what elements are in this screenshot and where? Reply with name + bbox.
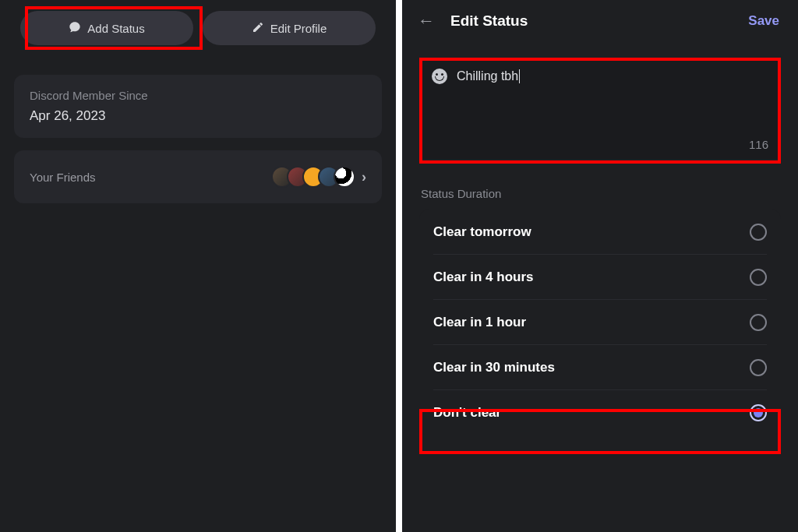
duration-label: Clear in 30 minutes	[433, 360, 555, 375]
friends-preview: ›	[271, 166, 366, 188]
top-button-row: Add Status Edit Profile	[0, 11, 396, 45]
radio-icon	[750, 314, 767, 331]
friends-label: Your Friends	[30, 171, 96, 184]
duration-label: Clear tomorrow	[433, 224, 531, 240]
member-since-label: Discord Member Since	[30, 89, 366, 102]
chevron-right-icon: ›	[362, 169, 366, 185]
duration-option-30min[interactable]: Clear in 30 minutes	[419, 345, 781, 390]
duration-section-label: Status Duration	[421, 187, 779, 200]
status-text-input[interactable]: Chilling tbh	[457, 69, 520, 84]
duration-list: Clear tomorrow Clear in 4 hours Clear in…	[419, 210, 781, 435]
radio-icon-selected	[750, 404, 767, 421]
edit-status-panel: ← Edit Status Save Chilling tbh 116 Stat…	[402, 0, 798, 532]
profile-panel: Add Status Edit Profile Discord Member S…	[0, 0, 396, 532]
member-since-card: Discord Member Since Apr 26, 2023	[14, 75, 382, 138]
friend-avatars	[271, 166, 355, 188]
save-button[interactable]: Save	[748, 13, 779, 29]
radio-icon	[750, 224, 767, 241]
duration-option-4hours[interactable]: Clear in 4 hours	[419, 255, 781, 300]
duration-label: Don't clear	[433, 405, 501, 421]
status-input-row: Chilling tbh	[421, 58, 779, 95]
emoji-picker-icon[interactable]	[432, 69, 447, 84]
status-input-box[interactable]: Chilling tbh 116	[421, 58, 779, 159]
avatar	[334, 166, 355, 188]
chat-bubble-icon	[69, 21, 81, 36]
friends-card[interactable]: Your Friends ›	[14, 150, 382, 203]
back-arrow-icon[interactable]: ←	[418, 11, 435, 31]
add-status-label: Add Status	[87, 22, 144, 35]
status-text-value: Chilling tbh	[457, 69, 518, 83]
pencil-icon	[252, 21, 264, 36]
header-left: ← Edit Status	[418, 11, 528, 31]
header-title: Edit Status	[450, 12, 528, 30]
header-bar: ← Edit Status Save	[402, 0, 798, 39]
duration-option-dont-clear[interactable]: Don't clear	[419, 390, 781, 435]
add-status-button[interactable]: Add Status	[20, 11, 193, 45]
edit-profile-button[interactable]: Edit Profile	[203, 11, 376, 45]
duration-label: Clear in 4 hours	[433, 270, 533, 285]
duration-label: Clear in 1 hour	[433, 315, 526, 330]
text-cursor	[519, 69, 520, 83]
character-count: 116	[749, 138, 768, 151]
duration-option-1hour[interactable]: Clear in 1 hour	[419, 300, 781, 345]
radio-icon	[750, 359, 767, 376]
edit-profile-label: Edit Profile	[270, 22, 327, 35]
friends-row: Your Friends ›	[30, 164, 366, 189]
member-since-value: Apr 26, 2023	[30, 108, 366, 124]
radio-icon	[750, 269, 767, 286]
duration-option-tomorrow[interactable]: Clear tomorrow	[419, 210, 781, 255]
